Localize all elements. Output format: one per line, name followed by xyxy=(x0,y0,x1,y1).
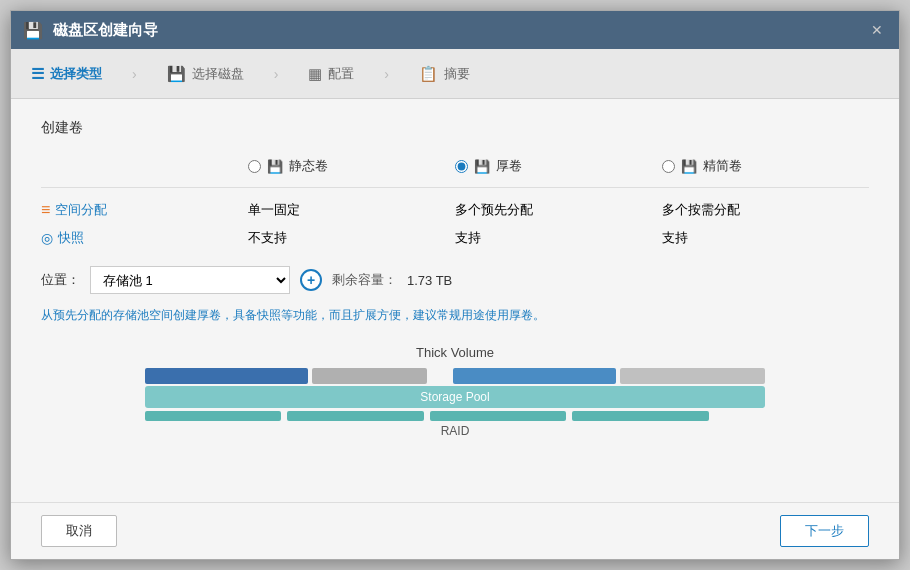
close-button[interactable]: ✕ xyxy=(867,20,887,40)
bottom-bars xyxy=(145,411,765,421)
thin-space-val: 多个按需分配 xyxy=(662,196,869,224)
footer: 取消 下一步 xyxy=(11,502,899,559)
bar-gray-1 xyxy=(312,368,427,384)
location-row: 位置： 存储池 1 + 剩余容量： 1.73 TB xyxy=(41,266,869,294)
prop-row-space: ≡ 空间分配 单一固定 多个预先分配 多个按需分配 xyxy=(41,196,869,224)
thin-icon: 💾 xyxy=(681,159,697,174)
remaining-label: 剩余容量： xyxy=(332,271,397,289)
titlebar: 💾 磁盘区创建向导 ✕ xyxy=(11,11,899,49)
titlebar-icon: 💾 xyxy=(23,21,43,40)
divider xyxy=(41,187,869,188)
diagram-area: Thick Volume Storage Pool xyxy=(41,345,869,438)
step-configure[interactable]: ▦ 配置 xyxy=(308,65,354,83)
step-select-disk[interactable]: 💾 选择磁盘 xyxy=(167,65,244,83)
snapshot-header: ◎ 快照 xyxy=(41,224,248,252)
space-alloc-label: 空间分配 xyxy=(55,201,107,219)
storage-pool-bar: Storage Pool xyxy=(145,386,765,408)
raid-bar-2 xyxy=(287,411,423,421)
cancel-button[interactable]: 取消 xyxy=(41,515,117,547)
step4-icon: 📋 xyxy=(419,65,438,83)
radio-thin[interactable] xyxy=(662,160,675,173)
location-select[interactable]: 存储池 1 xyxy=(90,266,290,294)
info-text: 从预先分配的存储池空间创建厚卷，具备快照等功能，而且扩展方便，建议常规用途使用厚… xyxy=(41,306,869,325)
add-pool-button[interactable]: + xyxy=(300,269,322,291)
titlebar-title: 磁盘区创建向导 xyxy=(53,21,867,40)
radio-thick[interactable] xyxy=(455,160,468,173)
step1-label: 选择类型 xyxy=(50,65,102,83)
content-area: 创建卷 💾 静态卷 💾 厚卷 💾 精简卷 xyxy=(11,99,899,502)
step2-icon: 💾 xyxy=(167,65,186,83)
step2-label: 选择磁盘 xyxy=(192,65,244,83)
step1-icon: ☰ xyxy=(31,65,44,83)
bar-blue-1 xyxy=(145,368,308,384)
step-sep-2: › xyxy=(274,66,279,82)
remaining-value: 1.73 TB xyxy=(407,273,452,288)
step3-label: 配置 xyxy=(328,65,354,83)
space-alloc-icon: ≡ xyxy=(41,201,50,219)
properties-table: ≡ 空间分配 单一固定 多个预先分配 多个按需分配 ◎ 快照 不支持 支持 支持 xyxy=(41,196,869,252)
raid-bar-4 xyxy=(572,411,708,421)
location-label: 位置： xyxy=(41,271,80,289)
raid-bar-1 xyxy=(145,411,281,421)
step-sep-1: › xyxy=(132,66,137,82)
thin-snapshot-val: 支持 xyxy=(662,224,869,252)
thick-snapshot-val: 支持 xyxy=(455,224,662,252)
thin-label: 精简卷 xyxy=(703,157,742,175)
main-window: 💾 磁盘区创建向导 ✕ ☰ 选择类型 › 💾 选择磁盘 › ▦ 配置 › 📋 摘… xyxy=(10,10,900,560)
bar-gray-2 xyxy=(620,368,765,384)
radio-static[interactable] xyxy=(248,160,261,173)
step3-icon: ▦ xyxy=(308,65,322,83)
diagram-title: Thick Volume xyxy=(416,345,494,360)
static-snapshot-val: 不支持 xyxy=(248,224,455,252)
step-sep-3: › xyxy=(384,66,389,82)
volume-type-static[interactable]: 💾 静态卷 xyxy=(248,153,455,179)
static-label: 静态卷 xyxy=(289,157,328,175)
volume-type-thin[interactable]: 💾 精简卷 xyxy=(662,153,869,179)
prop-row-snapshot: ◎ 快照 不支持 支持 支持 xyxy=(41,224,869,252)
snapshot-label: 快照 xyxy=(58,229,84,247)
static-icon: 💾 xyxy=(267,159,283,174)
space-alloc-header: ≡ 空间分配 xyxy=(41,196,248,224)
raid-bar-3 xyxy=(430,411,566,421)
static-space-val: 单一固定 xyxy=(248,196,455,224)
diagram-bars: Storage Pool RAID xyxy=(145,368,765,438)
steps-bar: ☰ 选择类型 › 💾 选择磁盘 › ▦ 配置 › 📋 摘要 xyxy=(11,49,899,99)
next-button[interactable]: 下一步 xyxy=(780,515,869,547)
snapshot-icon: ◎ xyxy=(41,230,53,246)
step-summary[interactable]: 📋 摘要 xyxy=(419,65,470,83)
thick-label: 厚卷 xyxy=(496,157,522,175)
bar-blue-2 xyxy=(453,368,616,384)
thick-space-val: 多个预先分配 xyxy=(455,196,662,224)
raid-label: RAID xyxy=(441,424,470,438)
top-bars xyxy=(145,368,765,384)
thick-icon: 💾 xyxy=(474,159,490,174)
section-title: 创建卷 xyxy=(41,119,869,137)
step-select-type[interactable]: ☰ 选择类型 xyxy=(31,65,102,83)
step4-label: 摘要 xyxy=(444,65,470,83)
volume-type-thick[interactable]: 💾 厚卷 xyxy=(455,153,662,179)
